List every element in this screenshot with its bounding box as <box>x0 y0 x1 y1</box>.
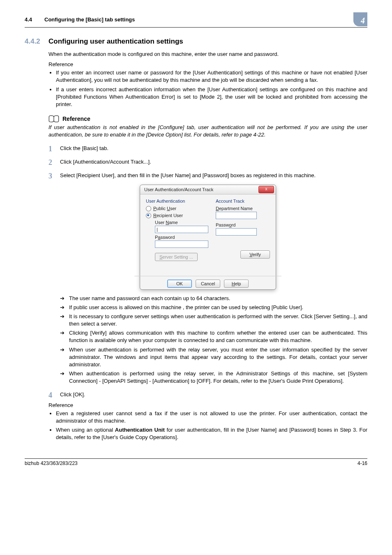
account-track-heading: Account Track <box>216 199 270 204</box>
reference-label-1: Reference <box>48 61 367 67</box>
note-item: When user authentication is performed wi… <box>60 346 367 369</box>
page-footer: bizhub 423/363/283/223 4-16 <box>25 458 367 466</box>
step-2: 2 Click [Authentication/Account Track...… <box>48 158 367 166</box>
section-heading: 4.4.2 Configuring user authentication se… <box>25 37 367 46</box>
dialog-separator <box>134 276 281 276</box>
recipient-user-radio[interactable]: Recipient User <box>146 213 208 218</box>
reference-callout: Reference If user authentication is not … <box>48 115 367 139</box>
reference-item: Even a registered user cannot send a fax… <box>56 410 367 425</box>
reference-callout-title: Reference <box>62 116 90 122</box>
radio-icon <box>146 213 151 218</box>
intro-paragraph: When the authentication mode is configur… <box>48 51 367 58</box>
department-name-label: Department Name <box>216 206 270 211</box>
chapter-badge: 4 <box>353 12 367 26</box>
book-icon <box>48 115 59 123</box>
reference-item: When using an optional Authentication Un… <box>56 426 367 441</box>
reference-label-2: Reference <box>48 402 367 408</box>
footer-pagenum: 4-16 <box>357 460 367 466</box>
user-auth-heading: User Authentication <box>146 199 208 204</box>
step-number: 4 <box>48 391 60 399</box>
running-header: 4.4 Configuring the [Basic] tab settings… <box>25 12 367 28</box>
radio-icon <box>146 206 151 211</box>
server-setting-button[interactable]: Server Setting ... <box>155 253 198 261</box>
ok-button[interactable]: OK <box>167 280 192 288</box>
auth-dialog: User Authentication/Account Track x User… <box>140 185 276 290</box>
account-password-field[interactable] <box>216 228 257 236</box>
section-title: Configuring user authentication settings <box>48 37 183 46</box>
note-item: Clicking [Verify] allows communication w… <box>60 329 367 344</box>
username-field[interactable]: | <box>155 226 208 233</box>
dialog-titlebar[interactable]: User Authentication/Account Track x <box>140 185 276 194</box>
account-password-label: Password <box>216 222 270 227</box>
reference-list-1: If you enter an incorrect user name or p… <box>48 69 367 108</box>
step-text: Click the [Basic] tab. <box>60 145 367 153</box>
step-number: 1 <box>48 145 60 153</box>
step-number: 2 <box>48 158 60 166</box>
step-4: 4 Click [OK]. <box>48 391 367 399</box>
public-user-radio[interactable]: Public User <box>146 206 208 211</box>
reference-item: If you enter an incorrect user name or p… <box>56 69 367 84</box>
reference-callout-body: If user authentication is not enabled in… <box>48 124 367 139</box>
header-section-title: Configuring the [Basic] tab settings <box>44 16 353 23</box>
password-label: Password <box>155 235 208 240</box>
header-section-number: 4.4 <box>25 16 44 23</box>
verify-button[interactable]: Verify <box>240 250 270 259</box>
step-text: Select [Recipient User], and then fill i… <box>60 172 367 180</box>
footer-model: bizhub 423/363/283/223 <box>25 460 78 466</box>
section-number: 4.4.2 <box>25 37 48 46</box>
password-field[interactable] <box>155 240 208 248</box>
step-text: Click [OK]. <box>60 391 367 399</box>
notes-list: The user name and password can each cont… <box>60 295 367 385</box>
public-user-label: Public User <box>153 206 176 211</box>
close-icon[interactable]: x <box>258 186 274 193</box>
note-item: The user name and password can each cont… <box>60 295 367 302</box>
department-name-field[interactable] <box>216 212 257 219</box>
step-text: Click [Authentication/Account Track...]. <box>60 158 367 166</box>
note-item: If public user access is allowed on this… <box>60 304 367 311</box>
cancel-button[interactable]: Cancel <box>196 280 220 288</box>
step-number: 3 <box>48 172 60 180</box>
help-button[interactable]: Help <box>224 280 249 288</box>
reference-item: If a user enters incorrect authenticatio… <box>56 86 367 109</box>
reference-list-2: Even a registered user cannot send a fax… <box>48 410 367 442</box>
note-item: It is necessary to configure server sett… <box>60 313 367 328</box>
username-label: User Name <box>155 220 208 225</box>
note-item: When authentication is performed using t… <box>60 370 367 385</box>
recipient-user-label: Recipient User <box>153 213 183 218</box>
step-1: 1 Click the [Basic] tab. <box>48 145 367 153</box>
step-3: 3 Select [Recipient User], and then fill… <box>48 172 367 180</box>
dialog-title: User Authentication/Account Track <box>144 187 258 192</box>
